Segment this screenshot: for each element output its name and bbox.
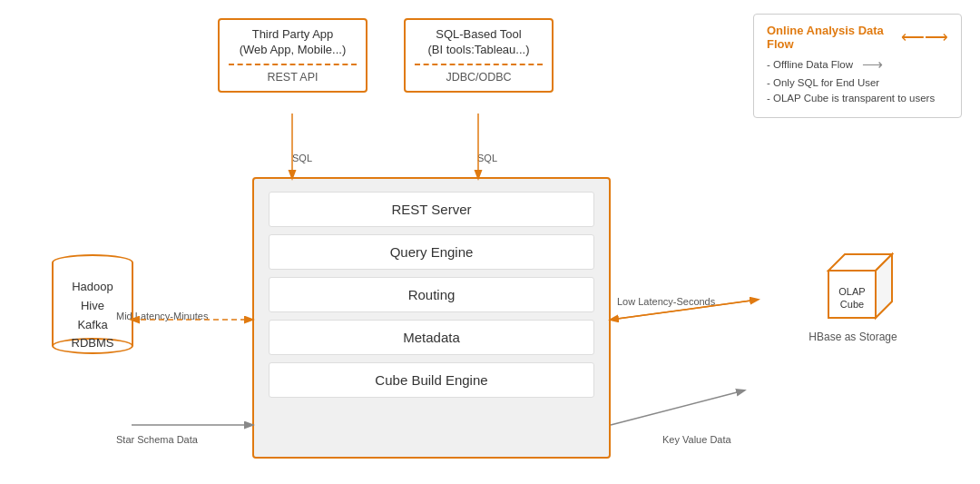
sql-tool-api: JDBC/ODBC [415,64,543,84]
diagram: Online Analysis Data Flow ⟵⟶ - Offline D… [0,0,980,484]
sql-label: - Only SQL for End User [767,77,879,88]
offline-flow-label: - Offline Data Flow [767,59,853,70]
sql1-label: SQL [292,153,312,163]
hadoop-box: Hadoop Hive Kafka RDBMS [38,254,147,354]
third-party-title: Third Party App (Web App, Mobile...) [229,27,357,58]
svg-line-11 [611,390,744,425]
sql2-label: SQL [477,153,497,163]
low-latency-label: Low Latency-Seconds [617,296,715,307]
legend-box: Online Analysis Data Flow ⟵⟶ - Offline D… [753,14,962,118]
hbase-storage-label: HBase as Storage [794,331,912,343]
mid-latency-label: Mid Latency-Minutes [116,311,209,321]
main-box: REST Server Query Engine Routing Metadat… [252,177,611,459]
svg-text:OLAP: OLAP [838,286,865,297]
star-schema-label: Star Schema Data [116,434,198,445]
offline-flow-arrow: ⟶ [862,55,883,73]
olap-cube-icon: OLAP Cube [812,245,894,327]
olap-box: OLAP Cube HBase as Storage [794,245,912,343]
olap-label: - OLAP Cube is transparent to users [767,93,935,104]
sql-tool-box: SQL-Based Tool (BI tools:Tableau...) JDB… [404,18,554,93]
routing-row: Routing [269,277,594,312]
rest-server-row: REST Server [269,192,594,227]
online-flow-arrow: ⟵⟶ [901,27,948,47]
metadata-row: Metadata [269,320,594,355]
third-party-box: Third Party App (Web App, Mobile...) RES… [218,18,368,93]
sql-tool-title: SQL-Based Tool (BI tools:Tableau...) [415,27,543,58]
key-value-label: Key Value Data [662,434,731,445]
svg-text:Cube: Cube [840,299,864,310]
query-engine-row: Query Engine [269,234,594,270]
third-party-api: REST API [229,64,357,84]
legend-title: Online Analysis Data Flow [767,24,896,51]
cube-build-engine-row: Cube Build Engine [269,362,594,398]
